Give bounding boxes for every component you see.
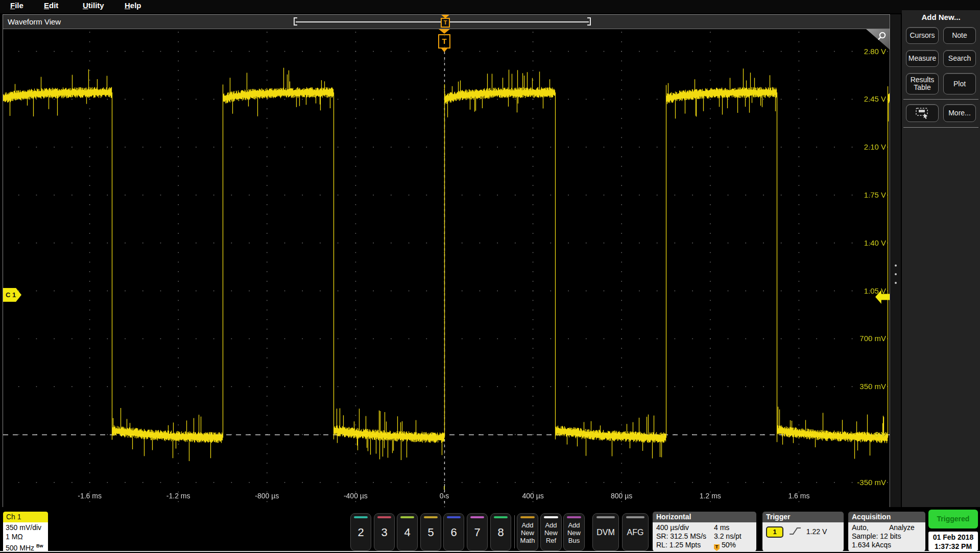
note-button[interactable]: Note	[943, 27, 976, 44]
menu-utility[interactable]: Utility	[83, 1, 104, 10]
channel-7-button[interactable]: 7	[467, 513, 488, 551]
acquisition-badge[interactable]: Acquisition Auto, Analyze Sample: 12 bit…	[848, 512, 925, 551]
horizontal-window: 4 ms	[714, 523, 729, 532]
time-label: 1:37:32 PM	[928, 542, 978, 551]
acquisition-analyze: Analyze	[889, 523, 915, 532]
measure-button[interactable]: Measure	[906, 50, 939, 67]
time-tick-label: 800 µs	[599, 492, 644, 500]
acquisition-mode: Auto,	[852, 523, 869, 532]
panel-splitter[interactable]	[891, 14, 901, 507]
waveform-plot[interactable]: T C 1 2.80 V2.45 V2.10 V1.75 V1.40 V1.05…	[3, 29, 890, 507]
afg-button[interactable]: AFG	[622, 513, 649, 551]
time-tick-label: 1.2 ms	[687, 492, 733, 500]
panel-divider	[903, 127, 978, 128]
plot-button[interactable]: Plot	[943, 73, 976, 94]
trigger-indicator-flag[interactable]: T	[438, 29, 450, 52]
time-tick-label: 1.6 ms	[776, 492, 822, 500]
trigger-badge[interactable]: Trigger 1 1.22 V	[762, 512, 844, 551]
channel-1-badge-title: Ch 1	[3, 512, 48, 522]
button-label: AddNewRef	[541, 521, 561, 544]
acquisition-count: 1.634 kAcqs	[852, 541, 891, 549]
voltage-tick-label: 1.75 V	[845, 190, 886, 199]
channel-3-button[interactable]: 3	[374, 513, 395, 551]
button-color-stripe	[567, 516, 581, 518]
time-tick-label: -1.6 ms	[67, 492, 113, 500]
trigger-flag-icon: T	[714, 544, 720, 551]
voltage-tick-label: 2.10 V	[845, 142, 886, 151]
horizontal-badge-body: 400 µs/div 4 ms SR: 312.5 MS/s 3.2 ns/pt…	[653, 522, 756, 551]
splitter-handle-dot	[895, 282, 897, 284]
channel-color-stripe	[424, 516, 438, 518]
panel-divider	[903, 99, 978, 100]
datetime-box: 01 Feb 2018 1:37:32 PM	[928, 532, 978, 551]
channel-6-button[interactable]: 6	[443, 513, 464, 551]
search-button[interactable]: Search	[943, 50, 976, 67]
channel-button-label: 6	[444, 526, 464, 539]
channel-color-stripe	[447, 516, 461, 518]
add-new-bus-button[interactable]: AddNewBus	[563, 513, 585, 551]
trigger-triangle-icon	[439, 29, 450, 34]
channel-button-label: 4	[397, 526, 417, 539]
record-view-left-bracket[interactable]	[294, 17, 297, 26]
button-color-stripe	[520, 516, 535, 518]
record-length: RL: 1.25 Mpts	[656, 541, 701, 549]
add-new-panel: Add New... Cursors Note Measure Search R…	[902, 10, 980, 507]
acquisition-badge-title: Acquisition	[848, 512, 925, 522]
dvm-button[interactable]: DVM	[592, 513, 619, 551]
channel-1-badge[interactable]: Ch 1 350 mV/div 1 MΩ 500 MHz Bw	[3, 512, 48, 551]
channel-5-button[interactable]: 5	[420, 513, 441, 551]
splitter-handle-dot	[895, 273, 897, 275]
voltage-tick-label: -350 mV	[845, 478, 886, 487]
trigger-status-badge: Triggered	[928, 510, 978, 528]
channel-color-stripe	[400, 516, 414, 518]
waveform-view-title: Waveform View	[8, 17, 61, 26]
channel-8-button[interactable]: 8	[490, 513, 511, 551]
trigger-t-icon: T	[441, 18, 450, 28]
trigger-badge-body: 1 1.22 V	[762, 522, 844, 551]
voltage-tick-label: 1.40 V	[845, 238, 886, 247]
sample-resolution: 3.2 ns/pt	[714, 532, 742, 540]
button-color-stripe	[626, 516, 644, 518]
trigger-source-chip: 1	[766, 526, 783, 538]
results-table-button[interactable]: Results Table	[906, 73, 939, 94]
voltage-tick-label: 350 mV	[845, 382, 886, 391]
menu-file[interactable]: File	[10, 1, 23, 10]
voltage-tick-label: 2.80 V	[845, 47, 886, 56]
acquisition-badge-body: Auto, Analyze Sample: 12 bits 1.634 kAcq…	[848, 522, 925, 551]
channel-color-stripe	[470, 516, 484, 518]
channel-2-button[interactable]: 2	[350, 513, 371, 551]
menu-help[interactable]: Help	[125, 1, 141, 10]
channel-button-label: 5	[421, 526, 441, 539]
trigger-position: T 50%	[714, 541, 736, 551]
channel-scale: 350 mV/div	[6, 523, 48, 532]
bandwidth-limit-badge: Bw	[36, 543, 43, 548]
channel-color-stripe	[377, 516, 391, 518]
time-tick-label: 0 s	[421, 492, 467, 500]
channel-1-badge-body: 350 mV/div 1 MΩ 500 MHz Bw	[3, 522, 48, 551]
cursors-button[interactable]: Cursors	[906, 27, 939, 44]
menu-edit[interactable]: Edit	[44, 1, 58, 10]
menu-bar: File Edit Utility Help	[0, 0, 980, 13]
select-mode-button[interactable]	[906, 104, 939, 122]
trigger-flag-tip	[441, 49, 447, 52]
button-label: AFG	[623, 528, 648, 537]
zero-time-tick	[444, 486, 445, 490]
waveform-canvas[interactable]	[3, 29, 890, 507]
channel-4-button[interactable]: 4	[397, 513, 418, 551]
add-new-math-button[interactable]: AddNewMath	[517, 513, 538, 551]
add-new-ref-button[interactable]: AddNewRef	[540, 513, 562, 551]
more-button[interactable]: More...	[943, 104, 976, 122]
horizontal-badge[interactable]: Horizontal 400 µs/div 4 ms SR: 312.5 MS/…	[653, 512, 756, 551]
sample-rate: SR: 312.5 MS/s	[656, 532, 706, 540]
trigger-position-marker-small[interactable]: T	[441, 15, 450, 28]
button-color-stripe	[596, 516, 615, 518]
channel-button-label: 2	[351, 526, 371, 539]
button-label: AddNewBus	[564, 521, 584, 544]
date-label: 01 Feb 2018	[928, 533, 978, 542]
time-tick-label: 400 µs	[510, 492, 556, 500]
button-color-stripe	[544, 516, 558, 518]
record-view-right-bracket[interactable]	[587, 17, 591, 26]
trigger-badge-title: Trigger	[762, 512, 844, 522]
channel-button-label: 3	[374, 526, 394, 539]
voltage-tick-label: 700 mV	[845, 334, 886, 343]
